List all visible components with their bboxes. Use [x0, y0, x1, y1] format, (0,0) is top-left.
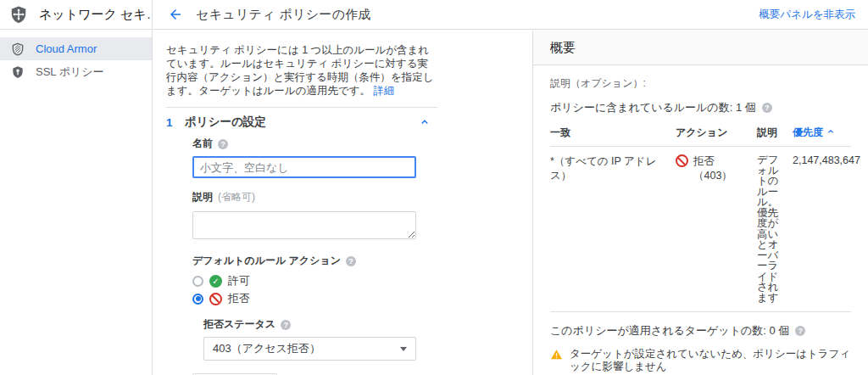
- overview-panel-header: 概要: [533, 31, 868, 65]
- ssl-shield-icon: [11, 65, 25, 79]
- sidebar-item-cloud-armor[interactable]: Cloud Armor: [0, 37, 152, 60]
- back-arrow-icon[interactable]: [167, 6, 184, 23]
- col-header-match: 一致: [550, 120, 676, 147]
- step-number: 1: [166, 116, 185, 129]
- deny-status-label-row: 拒否ステータス: [203, 317, 437, 332]
- allow-radio[interactable]: [192, 276, 203, 287]
- intro-text: セキュリティ ポリシーには 1 つ以上のルールが含まれています。ルールはセキュリ…: [166, 43, 437, 98]
- deny-radio-row[interactable]: 拒否: [192, 291, 437, 306]
- deny-label: 拒否: [228, 291, 250, 306]
- deny-status-block: 拒否ステータス 403（アクセス拒否）: [203, 317, 437, 361]
- sidebar-item-label: SSL ポリシー: [36, 64, 104, 80]
- rules-table-header-row: 一致 アクション 説明 優先度: [550, 120, 851, 147]
- deny-status-value: 403（アクセス拒否）: [213, 341, 320, 356]
- help-icon[interactable]: [795, 326, 805, 336]
- warning-icon: [550, 349, 563, 361]
- learn-more-link[interactable]: 詳細: [374, 85, 395, 97]
- cell-match: *（すべての IP アドレス）: [550, 147, 676, 312]
- overview-panel-body: 説明（オプション）: ポリシーに含まれているルールの数: 1 個 一致 アクショ…: [533, 65, 868, 373]
- deny-status-label: 拒否ステータス: [203, 317, 275, 332]
- col-header-priority[interactable]: 優先度: [793, 120, 851, 147]
- no-target-warning: ターゲットが設定されていないため、ポリシーはトラフィックに影響しません: [550, 348, 851, 373]
- default-rule-action-label: デフォルトのルール アクション: [192, 254, 341, 268]
- description-label-row: 説明 (省略可): [192, 190, 437, 204]
- deny-radio[interactable]: [192, 294, 203, 305]
- name-label-row: 名前: [192, 137, 437, 151]
- deny-block-icon: [676, 154, 688, 167]
- sidebar-title: ネットワーク セキ…: [39, 7, 152, 23]
- sidebar-header: ネットワーク セキ…: [0, 0, 152, 30]
- rules-table-row: *（すべての IP アドレス） 拒否（403） デフォルトのルール。優先度が高い…: [550, 147, 851, 312]
- deny-block-icon: [209, 293, 222, 305]
- rules-table: 一致 アクション 説明 優先度 *（すべての IP アドレス） 拒否（403） …: [550, 120, 851, 312]
- policy-description-textarea[interactable]: [192, 211, 416, 239]
- help-icon[interactable]: [281, 320, 291, 330]
- allow-radio-row[interactable]: 許可: [192, 273, 437, 288]
- targets-count-line: このポリシーが適用されるターゲットの数: 0 個: [550, 323, 851, 339]
- network-security-icon: [9, 5, 28, 24]
- chevron-up-icon[interactable]: [419, 116, 431, 128]
- default-rule-action-label-row: デフォルトのルール アクション: [192, 254, 437, 268]
- cell-action: 拒否（403）: [676, 147, 757, 312]
- cell-action-text: 拒否（403）: [693, 154, 750, 183]
- name-label: 名前: [192, 137, 213, 151]
- step-1-header[interactable]: 1 ポリシーの設定: [166, 108, 437, 137]
- step-1-body: 名前 説明 (省略可) デフォルトのルール アクション 許可 拒否 拒否ステータ…: [166, 137, 437, 375]
- description-hint: (省略可): [218, 190, 255, 204]
- col-header-description: 説明: [757, 120, 793, 147]
- description-optional-line: 説明（オプション）:: [550, 76, 851, 91]
- cell-priority: 2,147,483,647: [793, 147, 851, 312]
- help-icon[interactable]: [346, 256, 356, 266]
- priority-header-label: 優先度: [793, 126, 823, 138]
- overview-title: 概要: [550, 40, 576, 56]
- step-title: ポリシーの設定: [185, 115, 266, 130]
- hide-overview-panel-link[interactable]: 概要パネルを非表示: [759, 8, 855, 22]
- create-policy-form: セキュリティ ポリシーには 1 つ以上のルールが含まれています。ルールはセキュリ…: [166, 31, 437, 375]
- sidebar-item-label: Cloud Armor: [36, 42, 97, 55]
- targets-count-text: このポリシーが適用されるターゲットの数: 0 個: [550, 323, 789, 339]
- cloud-armor-shield-icon: [11, 42, 25, 56]
- help-icon[interactable]: [218, 139, 228, 149]
- overview-panel: 概要 説明（オプション）: ポリシーに含まれているルールの数: 1 個 一致 ア…: [532, 31, 868, 375]
- sidebar: ネットワーク セキ… Cloud Armor SSL ポリシー: [0, 0, 153, 375]
- policy-name-input[interactable]: [192, 156, 416, 178]
- deny-status-select[interactable]: 403（アクセス拒否）: [203, 337, 416, 361]
- allow-label: 許可: [228, 273, 250, 288]
- sidebar-nav: Cloud Armor SSL ポリシー: [0, 37, 152, 83]
- sidebar-item-ssl-policy[interactable]: SSL ポリシー: [0, 60, 152, 83]
- page-header: セキュリティ ポリシーの作成 概要パネルを非表示: [153, 0, 868, 30]
- cell-description: デフォルトのルール。優先度が高いとオーバーライドされます: [757, 147, 793, 312]
- sort-ascending-icon: [826, 127, 835, 136]
- rules-count-line: ポリシーに含まれているルールの数: 1 個: [550, 100, 851, 115]
- description-label: 説明: [192, 190, 213, 204]
- rules-count-text: ポリシーに含まれているルールの数: 1 個: [550, 100, 756, 115]
- warning-text: ターゲットが設定されていないため、ポリシーはトラフィックに影響しません: [570, 348, 851, 373]
- help-icon[interactable]: [762, 103, 772, 113]
- allow-check-icon: [209, 275, 222, 288]
- select-caret-icon: [400, 347, 407, 351]
- col-header-action: アクション: [676, 120, 757, 147]
- page-title: セキュリティ ポリシーの作成: [196, 7, 371, 23]
